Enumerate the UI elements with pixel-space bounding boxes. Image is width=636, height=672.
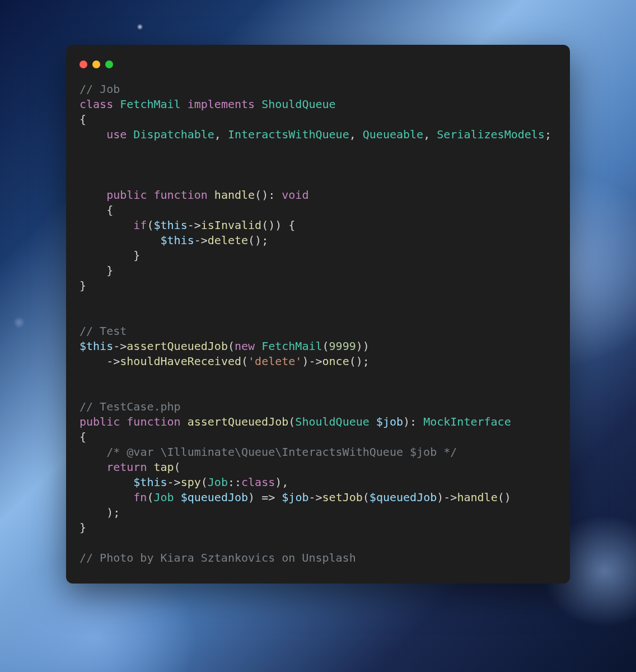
type-serializesmodels: SerializesModels — [437, 128, 545, 141]
var-job: $job — [376, 415, 403, 428]
fn-spy: spy — [181, 475, 201, 489]
kw-implements: implements — [188, 97, 255, 111]
type-mockinterface: MockInterface — [423, 415, 511, 428]
fn-once: once — [322, 354, 349, 368]
maximize-icon[interactable] — [105, 60, 113, 68]
kw-use: use — [106, 128, 127, 141]
comment-testcase: // TestCase.php — [80, 400, 181, 413]
type-interactswithqueue: InteractsWithQueue — [228, 128, 349, 141]
kw-class: class — [80, 97, 113, 111]
kw-function: function — [153, 188, 207, 202]
window-titlebar — [80, 60, 556, 68]
str-delete: 'delete' — [248, 354, 302, 368]
brace-open: { — [80, 113, 86, 126]
num-9999: 9999 — [329, 339, 356, 353]
kw-return: return — [106, 460, 147, 474]
code-window: // Job class FetchMail implements Should… — [66, 45, 570, 584]
minimize-icon[interactable] — [92, 60, 100, 68]
kw-new: new — [235, 339, 255, 353]
fn-shouldhavereceived: shouldHaveReceived — [120, 354, 241, 368]
var-this: $this — [153, 218, 187, 232]
kw-public: public — [106, 188, 147, 202]
fn-isinvalid: isInvalid — [201, 218, 261, 232]
fn-handle: handle — [214, 188, 255, 202]
fn-setjob: setJob — [322, 491, 363, 504]
kw-fn: fn — [133, 491, 147, 504]
fn-delete: delete — [208, 234, 248, 247]
comment-photo: // Photo by Kiara Sztankovics on Unsplas… — [80, 551, 356, 564]
close-icon[interactable] — [80, 60, 87, 68]
type-fetchmail: FetchMail — [120, 97, 180, 111]
fn-assertqueuedjob: assertQueuedJob — [127, 339, 228, 353]
fn-tap: tap — [153, 460, 174, 474]
var-queuedjob: $queuedJob — [181, 491, 248, 504]
kw-classconst: class — [241, 475, 275, 489]
type-dispatchable: Dispatchable — [133, 128, 214, 141]
code-block: // Job class FetchMail implements Should… — [80, 82, 556, 566]
comment-test: // Test — [80, 324, 127, 338]
kw-void: void — [282, 188, 308, 202]
kw-if: if — [133, 218, 147, 232]
type-shouldqueue: ShouldQueue — [261, 97, 335, 111]
type-job: Job — [208, 475, 228, 489]
type-queueable: Queueable — [363, 128, 423, 141]
comment-job: // Job — [80, 82, 120, 96]
comment-docblock: /* @var \Illuminate\Queue\InteractsWithQ… — [106, 445, 457, 459]
